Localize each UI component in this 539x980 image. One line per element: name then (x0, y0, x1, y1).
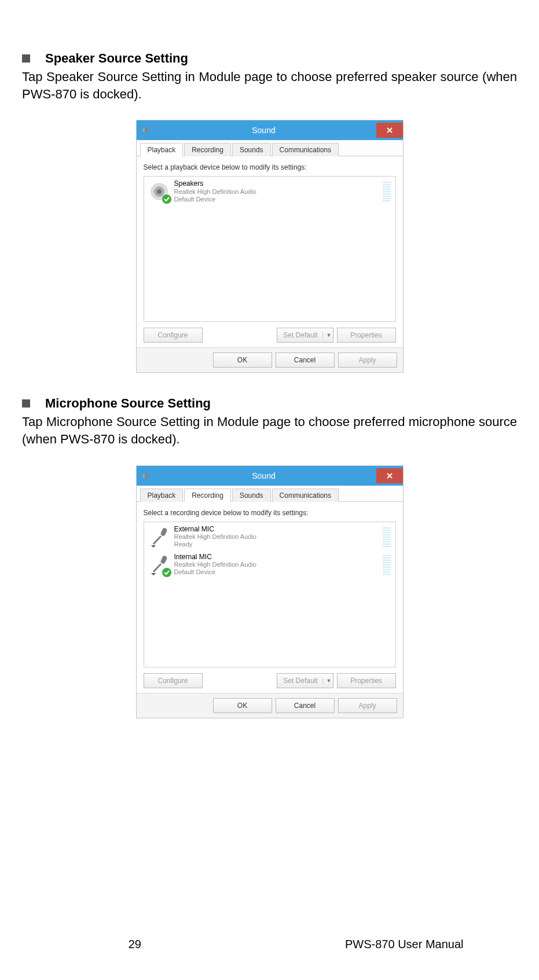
svg-marker-16 (145, 472, 148, 480)
tab-sounds[interactable]: Sounds (232, 489, 271, 502)
default-check-icon (162, 194, 172, 204)
apply-button[interactable]: Apply (338, 698, 397, 713)
close-button[interactable] (376, 123, 403, 138)
tab-sounds[interactable]: Sounds (232, 143, 271, 156)
device-name: External MIC (174, 526, 379, 533)
titlebar[interactable]: Sound (137, 120, 403, 140)
svg-rect-24 (383, 539, 391, 540)
level-meter-icon (382, 181, 392, 203)
svg-point-5 (162, 194, 171, 204)
svg-rect-36 (383, 567, 391, 568)
svg-rect-21 (383, 532, 391, 533)
heading-speaker: Speaker Source Setting (45, 51, 188, 66)
list-item[interactable]: Speakers Realtek High Definition Audio D… (144, 179, 395, 207)
tab-playback[interactable]: Playback (140, 489, 184, 502)
svg-rect-9 (383, 189, 391, 190)
close-button[interactable] (376, 468, 403, 483)
page-number: 29 (0, 938, 270, 951)
svg-rect-20 (383, 530, 391, 531)
bullet-square-icon (22, 399, 30, 408)
svg-rect-34 (383, 562, 391, 563)
device-list-recording[interactable]: External MIC Realtek High Definition Aud… (144, 522, 396, 667)
sound-window-icon (141, 125, 152, 135)
paragraph-speaker: Tap Speaker Source Setting in Module pag… (22, 68, 517, 102)
tab-communications[interactable]: Communications (272, 143, 339, 156)
tab-communications[interactable]: Communications (272, 489, 339, 502)
bullet-square-icon (22, 54, 30, 63)
svg-rect-22 (383, 534, 391, 535)
titlebar[interactable]: Sound (137, 466, 403, 486)
svg-rect-14 (383, 200, 391, 201)
tab-recording[interactable]: Recording (184, 143, 231, 156)
device-list-playback[interactable]: Speakers Realtek High Definition Audio D… (144, 176, 396, 322)
speaker-device-icon (148, 180, 171, 203)
svg-rect-13 (383, 198, 391, 199)
tabs-row: Playback Recording Sounds Communications (137, 140, 403, 156)
microphone-device-icon (148, 526, 171, 549)
microphone-device-icon (148, 553, 171, 577)
svg-rect-12 (383, 196, 391, 197)
ok-button[interactable]: OK (213, 698, 272, 713)
level-meter-icon (382, 526, 392, 548)
configure-button[interactable]: Configure (144, 673, 203, 688)
instruction-text: Select a playback device below to modify… (144, 163, 396, 171)
list-item[interactable]: External MIC Realtek High Definition Aud… (144, 524, 395, 552)
svg-rect-7 (383, 184, 391, 185)
tabs-row: Playback Recording Sounds Communications (137, 486, 403, 502)
cancel-button[interactable]: Cancel (276, 353, 335, 368)
device-driver: Realtek High Definition Audio (174, 533, 379, 541)
set-default-label: Set Default (283, 677, 317, 685)
svg-rect-25 (383, 541, 391, 542)
svg-rect-33 (383, 560, 391, 561)
device-status: Ready (174, 541, 379, 548)
tab-recording[interactable]: Recording (184, 489, 231, 502)
svg-rect-0 (142, 129, 145, 132)
svg-rect-11 (383, 193, 391, 194)
configure-button[interactable]: Configure (144, 328, 203, 343)
heading-microphone: Microphone Source Setting (45, 396, 211, 411)
bullet-heading-microphone: Microphone Source Setting (22, 396, 517, 411)
set-default-button[interactable]: Set Default ▼ (277, 328, 333, 343)
device-status: Default Device (174, 196, 379, 203)
svg-rect-23 (383, 537, 391, 538)
svg-line-29 (153, 564, 161, 572)
svg-marker-1 (145, 126, 148, 134)
device-status: Default Device (174, 568, 379, 576)
properties-button[interactable]: Properties (337, 673, 396, 688)
svg-point-30 (162, 568, 171, 577)
svg-rect-6 (383, 182, 391, 183)
device-name: Internal MIC (174, 553, 379, 561)
svg-rect-15 (142, 474, 145, 478)
svg-rect-26 (383, 544, 391, 545)
svg-rect-27 (383, 546, 391, 547)
set-default-button[interactable]: Set Default ▼ (277, 673, 333, 688)
svg-rect-10 (383, 191, 391, 192)
page-footer: 29 PWS-870 User Manual (0, 938, 539, 951)
device-driver: Realtek High Definition Audio (174, 188, 379, 196)
paragraph-microphone: Tap Microphone Source Setting in Module … (22, 413, 517, 447)
default-check-icon (162, 567, 172, 578)
window-title: Sound (152, 126, 376, 135)
properties-button[interactable]: Properties (337, 328, 396, 343)
svg-rect-37 (383, 569, 391, 570)
cancel-button[interactable]: Cancel (276, 698, 335, 713)
set-default-label: Set Default (283, 331, 317, 339)
sound-dialog-recording: Sound Playback Recording Sounds Communic… (136, 465, 404, 718)
svg-point-4 (157, 189, 162, 194)
tab-playback[interactable]: Playback (140, 143, 184, 156)
level-meter-icon (382, 554, 392, 576)
device-driver: Realtek High Definition Audio (174, 561, 379, 568)
ok-button[interactable]: OK (213, 353, 272, 368)
sound-dialog-playback: Sound Playback Recording Sounds Communic… (136, 120, 404, 373)
instruction-text: Select a recording device below to modif… (144, 509, 396, 517)
svg-rect-17 (160, 527, 167, 537)
apply-button[interactable]: Apply (338, 353, 397, 368)
window-title: Sound (152, 471, 376, 480)
svg-rect-32 (383, 557, 391, 559)
list-item[interactable]: Internal MIC Realtek High Definition Aud… (144, 552, 395, 580)
device-name: Speakers (174, 180, 379, 188)
svg-rect-8 (383, 186, 391, 188)
chevron-down-icon: ▼ (322, 678, 332, 684)
chevron-down-icon: ▼ (322, 332, 332, 338)
svg-rect-39 (383, 574, 391, 575)
